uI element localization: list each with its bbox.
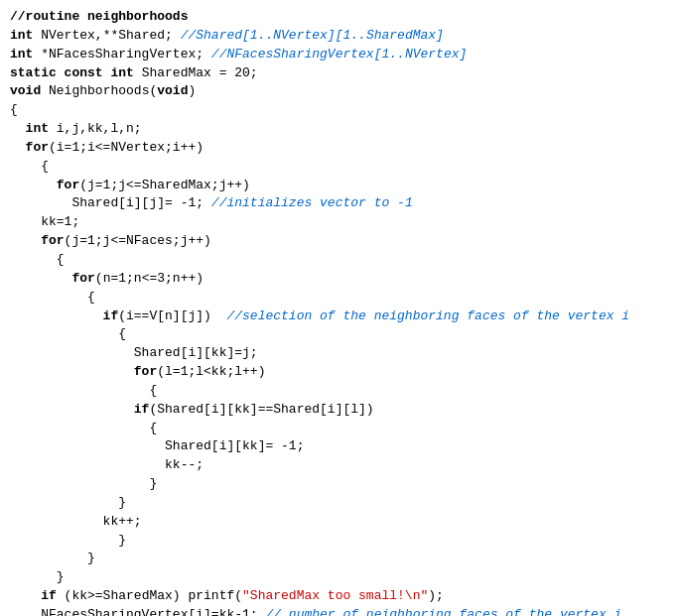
code-token: i,j,kk,l,n;: [49, 121, 142, 136]
code-token: for: [10, 233, 65, 248]
code-line: }: [10, 550, 670, 568]
code-line: }: [10, 532, 670, 551]
code-token: (j=1;j<=SharedMax;j++): [79, 178, 250, 192]
code-line: for(n=1;n<=3;n++): [10, 270, 670, 289]
code-token: }: [10, 495, 126, 510]
code-line: static const int SharedMax = 20;: [10, 64, 670, 83]
code-token: );: [428, 588, 444, 603]
code-token: }: [10, 533, 126, 548]
code-line: {: [10, 382, 670, 401]
code-token: (kk>=SharedMax) printf(: [57, 588, 242, 603]
code-token: {: [10, 159, 49, 174]
code-token: kk=1;: [10, 214, 79, 229]
code-token: {: [10, 421, 157, 435]
code-line: if(Shared[i][kk]==Shared[i][l]): [10, 401, 670, 420]
code-token: int: [10, 28, 33, 43]
code-token: (Shared[i][kk]==Shared[i][l]): [149, 402, 373, 417]
code-token: *NFacesSharingVertex;: [33, 47, 204, 62]
code-line: Shared[i][j]= -1; //initializes vector t…: [10, 194, 670, 213]
code-line: if(i==V[n][j]) //selection of the neighb…: [10, 308, 670, 326]
code-token: Shared[i][kk]=j;: [10, 345, 258, 360]
code-line: {: [10, 420, 670, 438]
code-token: //routine neighborhoods: [10, 9, 188, 24]
code-line: }: [10, 494, 670, 513]
code-line: if (kk>=SharedMax) printf("SharedMax too…: [10, 587, 670, 606]
code-token: //NFacesSharingVertex[1..NVertex]: [204, 47, 467, 62]
code-line: int i,j,kk,l,n;: [10, 120, 670, 139]
code-token: int: [10, 121, 49, 136]
code-token: {: [10, 252, 65, 267]
code-token: {: [10, 102, 18, 117]
code-token: NVertex,: [33, 28, 102, 43]
code-line: {: [10, 101, 670, 120]
code-line: kk=1;: [10, 213, 670, 232]
code-token: static const int: [10, 65, 134, 80]
code-token: if: [10, 588, 57, 603]
code-token: }: [10, 551, 95, 565]
code-token: (l=1;l<kk;l++): [157, 364, 265, 379]
code-line: for(j=1;j<=NFaces;j++): [10, 232, 670, 251]
code-token: for: [10, 364, 157, 379]
code-token: }: [10, 476, 157, 491]
code-token: **Shared;: [103, 28, 173, 43]
code-line: int *NFacesSharingVertex; //NFacesSharin…: [10, 46, 670, 64]
code-line: kk--;: [10, 456, 670, 475]
code-line: Shared[i][kk]= -1;: [10, 437, 670, 456]
code-line: for(i=1;i<=NVertex;i++): [10, 139, 670, 158]
code-token: {: [10, 326, 126, 341]
code-line: Shared[i][kk]=j;: [10, 344, 670, 363]
code-token: if: [10, 402, 149, 417]
code-token: {: [10, 290, 95, 305]
code-token: kk++;: [10, 514, 142, 529]
code-token: void: [10, 83, 41, 98]
code-line: kk++;: [10, 513, 670, 532]
code-line: {: [10, 325, 670, 344]
code-token: for: [10, 140, 49, 155]
code-token: for: [10, 271, 95, 286]
code-line: void Neighborhoods(void): [10, 82, 670, 101]
code-token: SharedMax = 20;: [134, 65, 258, 80]
code-token: kk--;: [10, 457, 204, 472]
code-token: Neighborhoods(: [41, 83, 157, 98]
code-line: //routine neighborhoods: [10, 8, 670, 27]
code-token: }: [10, 569, 65, 584]
code-line: int NVertex,**Shared; //Shared[1..NVerte…: [10, 27, 670, 46]
code-line: }: [10, 475, 670, 494]
code-token: // number of neighboring faces of the ve…: [258, 607, 622, 616]
code-token: //initializes vector to -1: [204, 195, 413, 210]
code-token: ): [188, 83, 196, 98]
code-line: {: [10, 289, 670, 308]
code-token: //Shared[1..NVertex][1..SharedMax]: [173, 28, 444, 43]
code-token: Shared[i][j]= -1;: [10, 195, 204, 210]
code-line: }: [10, 568, 670, 587]
code-line: {: [10, 251, 670, 270]
code-token: (i==V[n][j]): [118, 308, 226, 323]
code-token: Shared[i][kk]= -1;: [10, 438, 304, 453]
code-token: NFacesSharingVertex[i]=kk-1;: [10, 607, 258, 616]
code-line: {: [10, 158, 670, 177]
code-token: {: [10, 383, 157, 398]
code-token: void: [157, 83, 188, 98]
code-line: for(j=1;j<=SharedMax;j++): [10, 177, 670, 195]
code-line: for(l=1;l<kk;l++): [10, 363, 670, 382]
code-token: if: [10, 308, 118, 323]
code-container: //routine neighborhoodsint NVertex,**Sha…: [0, 0, 680, 616]
code-token: "SharedMax too small!\n": [242, 588, 428, 603]
code-token: //selection of the neighboring faces of …: [226, 308, 629, 323]
code-line: NFacesSharingVertex[i]=kk-1; // number o…: [10, 606, 670, 616]
code-token: int: [10, 47, 33, 62]
code-token: (n=1;n<=3;n++): [95, 271, 204, 286]
code-token: (i=1;i<=NVertex;i++): [49, 140, 204, 155]
code-token: (j=1;j<=NFaces;j++): [65, 233, 211, 248]
code-token: for: [10, 178, 79, 192]
